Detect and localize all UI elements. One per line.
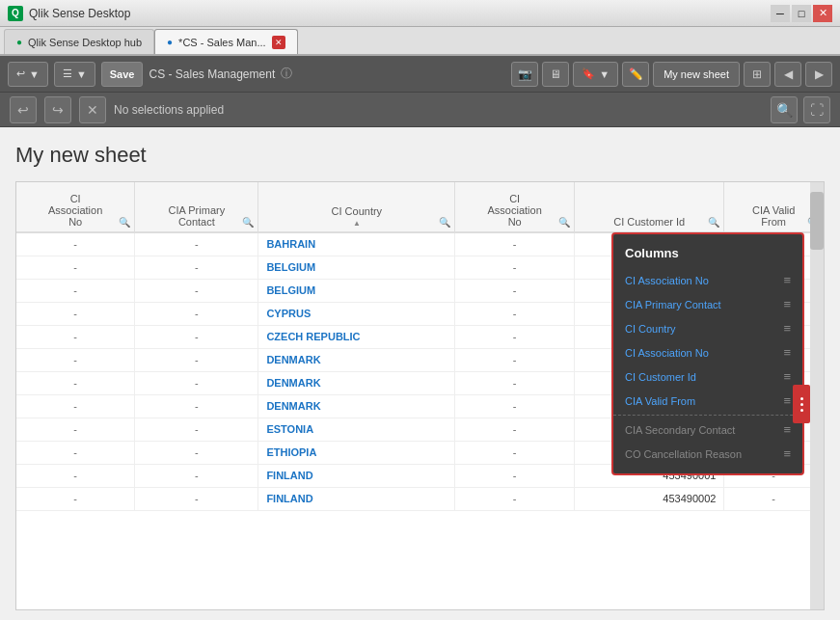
col-ci-country: CI Country ▲ 🔍 <box>258 182 455 232</box>
nav-next-btn[interactable]: ▶ <box>805 62 832 87</box>
camera-btn[interactable]: 📷 <box>511 62 538 87</box>
sheet-name-label: My new sheet <box>653 62 740 87</box>
info-icon: ⓘ <box>281 66 292 82</box>
cell-assoc2: - <box>455 371 575 394</box>
table-scrollbar[interactable] <box>810 182 824 609</box>
table-container: CIAssociationNo 🔍 CIA PrimaryContact 🔍 C… <box>15 181 825 610</box>
toggle-dots <box>800 397 803 412</box>
cell-assoc2: - <box>455 441 575 464</box>
cell-country: CZECH REPUBLIC <box>258 325 455 348</box>
cell-assoc1: - <box>16 302 135 325</box>
undo-btn[interactable]: ↩ ▼ <box>8 62 48 87</box>
columns-popup-item[interactable]: CO Cancellation Reason ≡ <box>613 442 802 466</box>
cell-primary: - <box>135 279 258 302</box>
back-btn[interactable]: ↩ <box>10 96 37 123</box>
scrollbar-thumb[interactable] <box>810 192 824 250</box>
col-search-country[interactable]: 🔍 <box>439 217 450 228</box>
cell-primary: - <box>135 302 258 325</box>
cell-assoc2: - <box>455 464 575 487</box>
hub-tab-icon: ● <box>16 37 22 47</box>
forward-btn[interactable]: ↪ <box>44 96 71 123</box>
search-btn[interactable]: 🔍 <box>771 96 798 123</box>
col-search-assoc2[interactable]: 🔍 <box>558 217 570 228</box>
columns-popup-item[interactable]: CI Association No ≡ <box>613 268 802 292</box>
cell-primary: - <box>135 464 258 487</box>
hub-tab-label: Qlik Sense Desktop hub <box>28 37 142 48</box>
cell-country: ESTONIA <box>258 418 455 441</box>
cell-assoc1: - <box>16 464 135 487</box>
cell-primary: - <box>135 348 258 371</box>
main-content: My new sheet CIAssociationNo 🔍 CIA Prima… <box>0 127 840 620</box>
undo-icon: ↩ <box>16 67 25 80</box>
grid-btn[interactable]: ⊞ <box>744 62 771 87</box>
cell-country: DENMARK <box>258 371 455 394</box>
col-search-customer[interactable]: 🔍 <box>708 217 719 228</box>
table-row: - - FINLAND - 453490002 - <box>16 487 824 510</box>
tab-bar: ● Qlik Sense Desktop hub ● *CS - Sales M… <box>0 27 840 56</box>
cell-assoc1: - <box>16 279 135 302</box>
selection-text: No selections applied <box>114 103 763 117</box>
columns-popup-item[interactable]: CI Country ≡ <box>613 316 802 340</box>
col-item-label: CI Association No <box>625 347 709 359</box>
columns-popup-item[interactable]: CIA Secondary Contact ≡ <box>613 418 802 442</box>
col-cia-valid-from: CIA ValidFrom 🔍 <box>724 182 824 232</box>
clear-btn[interactable]: ✕ <box>79 96 106 123</box>
bookmark-btn[interactable]: 🔖 ▼ <box>573 62 618 87</box>
columns-popup-item[interactable]: CI Association No ≡ <box>613 340 802 364</box>
cell-primary: - <box>135 325 258 348</box>
window-title: Qlik Sense Desktop <box>29 7 130 20</box>
cell-country: FINLAND <box>258 464 455 487</box>
cell-assoc1: - <box>16 325 135 348</box>
col-item-label: CO Cancellation Reason <box>625 448 742 460</box>
col-item-label: CIA Primary Contact <box>625 299 721 310</box>
minimize-button[interactable]: ─ <box>771 5 790 22</box>
cell-assoc2: - <box>455 487 575 510</box>
col-ci-assoc-no: CIAssociationNo 🔍 <box>16 182 135 232</box>
cell-validfrom: - <box>724 487 824 510</box>
popup-toggle-button[interactable] <box>793 385 810 423</box>
cell-assoc2: - <box>455 279 575 302</box>
cell-assoc2: - <box>455 302 575 325</box>
toolbar: ↩ ▼ ☰ ▼ Save CS - Sales Management ⓘ 📷 🖥… <box>0 56 840 93</box>
cell-custid: 453490002 <box>575 487 724 510</box>
col-item-handle: ≡ <box>783 393 791 408</box>
bookmark-icon: 🔖 <box>582 67 595 80</box>
col-item-handle: ≡ <box>783 345 791 360</box>
sales-tab-close[interactable]: ✕ <box>272 36 285 49</box>
cell-primary: - <box>135 232 258 256</box>
expand-btn[interactable]: ⛶ <box>803 96 830 123</box>
save-button[interactable]: Save <box>101 62 144 87</box>
pencil-btn[interactable]: ✏️ <box>622 62 649 87</box>
cell-country: BELGIUM <box>258 279 455 302</box>
app-logo: Q <box>8 6 23 21</box>
col-item-handle: ≡ <box>783 369 791 384</box>
cell-country: DENMARK <box>258 348 455 371</box>
col-search-primary[interactable]: 🔍 <box>242 217 254 228</box>
tab-sales[interactable]: ● *CS - Sales Man... ✕ <box>154 29 298 54</box>
col-item-label: CI Customer Id <box>625 371 696 383</box>
col-ci-customer-id: CI Customer Id 🔍 <box>575 182 724 232</box>
maximize-button[interactable]: □ <box>792 5 811 22</box>
monitor-btn[interactable]: 🖥 <box>542 62 569 87</box>
list-btn[interactable]: ☰ ▼ <box>54 62 95 87</box>
cell-country: DENMARK <box>258 394 455 418</box>
columns-popup-item[interactable]: CI Customer Id ≡ <box>613 364 802 389</box>
nav-prev-btn[interactable]: ◀ <box>774 62 801 87</box>
page-title: My new sheet <box>15 143 825 168</box>
list-icon: ☰ <box>63 67 72 80</box>
col-item-label: CIA Secondary Contact <box>625 424 735 436</box>
close-window-button[interactable]: ✕ <box>813 5 832 22</box>
cell-country: BAHRAIN <box>258 232 455 256</box>
tab-hub[interactable]: ● Qlik Sense Desktop hub <box>4 29 154 54</box>
col-item-label: CIA Valid From <box>625 395 695 407</box>
cell-country: ETHIOPIA <box>258 441 455 464</box>
col-search-assoc1[interactable]: 🔍 <box>119 217 130 228</box>
col-ci-assoc-no2: CIAssociationNo 🔍 <box>455 182 575 232</box>
columns-popup-title: Columns <box>613 242 802 268</box>
cell-primary: - <box>135 371 258 394</box>
title-bar: Q Qlik Sense Desktop ─ □ ✕ <box>0 0 840 27</box>
columns-popup-item[interactable]: CIA Valid From ≡ <box>613 389 802 413</box>
columns-popup-item[interactable]: CIA Primary Contact ≡ <box>613 292 802 316</box>
cell-assoc1: - <box>16 487 135 510</box>
cell-assoc1: - <box>16 394 135 418</box>
